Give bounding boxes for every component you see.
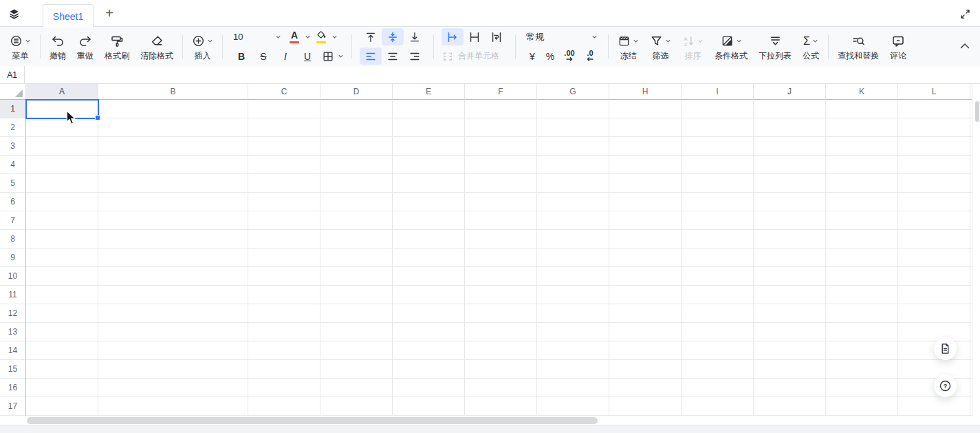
insert-button[interactable]: 插入 bbox=[186, 27, 219, 66]
row-header-11[interactable]: 11 bbox=[0, 286, 26, 304]
filter-button[interactable]: 筛选 bbox=[644, 27, 677, 66]
collapse-toolbar-icon[interactable] bbox=[958, 39, 972, 53]
bold-button[interactable]: B bbox=[230, 47, 252, 65]
decrease-decimal-glyph: .0 bbox=[587, 50, 593, 56]
align-top-button[interactable] bbox=[360, 28, 382, 45]
font-group: 10 A B S I U bbox=[226, 27, 348, 66]
italic-button[interactable]: I bbox=[274, 47, 296, 65]
column-header-C[interactable]: C bbox=[248, 84, 320, 100]
comment-label: 评论 bbox=[890, 52, 906, 60]
row-header-17[interactable]: 17 bbox=[0, 397, 26, 416]
row-header-1[interactable]: 1 bbox=[0, 100, 26, 118]
align-left-button[interactable] bbox=[360, 47, 382, 65]
conditional-format-button[interactable]: 条件格式 bbox=[709, 27, 753, 66]
format-painter-button[interactable]: 格式刷 bbox=[99, 27, 135, 66]
menu-label: 菜单 bbox=[12, 52, 29, 60]
row-header-3[interactable]: 3 bbox=[0, 137, 26, 156]
svg-text:?: ? bbox=[944, 383, 948, 390]
column-header-H[interactable]: H bbox=[609, 84, 682, 100]
toolbar-divider bbox=[515, 34, 516, 59]
vertical-scrollbar[interactable] bbox=[975, 101, 979, 122]
align-middle-button[interactable] bbox=[382, 28, 404, 45]
borders-button[interactable] bbox=[318, 47, 338, 65]
freeze-button[interactable]: 冻结 bbox=[612, 27, 644, 66]
grid-body[interactable] bbox=[0, 100, 972, 416]
font-color-button[interactable]: A bbox=[284, 28, 305, 45]
merge-cells-label: 合并单元格 bbox=[458, 50, 499, 62]
column-header-K[interactable]: K bbox=[826, 84, 898, 100]
menu-button[interactable]: 菜单 bbox=[4, 27, 36, 66]
row-header-2[interactable]: 2 bbox=[0, 118, 26, 137]
column-header-B[interactable]: B bbox=[98, 84, 248, 100]
undo-button[interactable]: 撤销 bbox=[44, 27, 72, 66]
row-header-5[interactable]: 5 bbox=[0, 174, 26, 193]
font-size-value: 10 bbox=[233, 32, 243, 42]
row-header-10[interactable]: 10 bbox=[0, 267, 26, 286]
fill-color-button[interactable] bbox=[311, 28, 331, 45]
chevron-down-icon[interactable] bbox=[305, 34, 311, 40]
help-button[interactable]: ? bbox=[934, 374, 957, 397]
row-header-14[interactable]: 14 bbox=[0, 341, 26, 360]
redo-button[interactable]: 重做 bbox=[72, 27, 99, 66]
row-header-6[interactable]: 6 bbox=[0, 193, 26, 211]
doc-assistant-button[interactable] bbox=[934, 337, 957, 360]
row-header-13[interactable]: 13 bbox=[0, 323, 26, 341]
strikethrough-button[interactable]: S bbox=[252, 47, 274, 65]
align-right-button[interactable] bbox=[404, 47, 426, 65]
expand-fullscreen-icon[interactable] bbox=[959, 8, 971, 20]
column-header-E[interactable]: E bbox=[393, 84, 465, 100]
row-header-9[interactable]: 9 bbox=[0, 249, 26, 267]
column-header-A[interactable]: A bbox=[26, 84, 98, 100]
text-wrap-group: 合并单元格 bbox=[437, 27, 512, 66]
align-bottom-button[interactable] bbox=[404, 28, 426, 45]
currency-button[interactable]: ¥ bbox=[523, 47, 541, 65]
workbook-layers-icon[interactable] bbox=[8, 8, 21, 21]
chevron-down-icon[interactable] bbox=[331, 34, 338, 40]
clear-format-button[interactable]: 清除格式 bbox=[135, 27, 179, 66]
text-overflow-button[interactable] bbox=[442, 28, 464, 45]
find-replace-button[interactable]: 查找和替换 bbox=[832, 27, 884, 66]
comment-button[interactable]: 评论 bbox=[884, 27, 912, 66]
column-header-I[interactable]: I bbox=[682, 84, 754, 100]
number-format-select[interactable]: 常规 bbox=[523, 28, 600, 45]
freeze-icon bbox=[618, 34, 631, 47]
row-header-15[interactable]: 15 bbox=[0, 360, 26, 379]
row-header-7[interactable]: 7 bbox=[0, 211, 26, 230]
filter-funnel-icon bbox=[650, 34, 663, 47]
row-header-16[interactable]: 16 bbox=[0, 379, 26, 397]
align-center-button[interactable] bbox=[382, 47, 404, 65]
underline-button[interactable]: U bbox=[296, 47, 318, 65]
column-header-L[interactable]: L bbox=[898, 84, 970, 100]
row-header-12[interactable]: 12 bbox=[0, 304, 26, 323]
row-header-4[interactable]: 4 bbox=[0, 156, 26, 174]
column-header-G[interactable]: G bbox=[537, 84, 609, 100]
dropdown-list-button[interactable]: 下拉列表 bbox=[753, 27, 797, 66]
document-icon bbox=[939, 343, 951, 355]
select-all-corner[interactable] bbox=[0, 84, 26, 100]
add-sheet-button[interactable]: + bbox=[101, 5, 118, 21]
row-header-8[interactable]: 8 bbox=[0, 230, 26, 249]
text-clip-button[interactable] bbox=[464, 28, 486, 45]
merge-cells-button[interactable]: 合并单元格 bbox=[442, 47, 508, 65]
column-header-partial[interactable] bbox=[970, 84, 972, 100]
percent-button[interactable]: % bbox=[541, 47, 559, 65]
increase-decimal-button[interactable]: .00 bbox=[559, 47, 580, 65]
formula-button[interactable]: Σ 公式 bbox=[797, 27, 825, 66]
name-box[interactable]: A1 bbox=[0, 66, 25, 83]
column-header-F[interactable]: F bbox=[465, 84, 537, 100]
horizontal-scrollbar[interactable] bbox=[27, 417, 598, 424]
fill-handle[interactable] bbox=[95, 115, 100, 120]
column-header-D[interactable]: D bbox=[320, 84, 393, 100]
formula-input[interactable] bbox=[25, 66, 980, 83]
font-size-select[interactable]: 10 bbox=[230, 28, 284, 45]
column-header-J[interactable]: J bbox=[754, 84, 826, 100]
selected-cell-a1[interactable] bbox=[25, 99, 99, 119]
align-bottom-icon bbox=[409, 31, 421, 43]
merge-cells-icon bbox=[442, 50, 454, 63]
chevron-down-icon[interactable] bbox=[338, 53, 344, 59]
tab-sheet1[interactable]: Sheet1 bbox=[43, 4, 94, 28]
font-color-bar bbox=[290, 41, 299, 43]
text-wrap-button[interactable] bbox=[486, 28, 508, 45]
decrease-decimal-button[interactable]: .0 bbox=[580, 47, 600, 65]
sort-button[interactable]: AZ 排序 bbox=[677, 27, 709, 66]
